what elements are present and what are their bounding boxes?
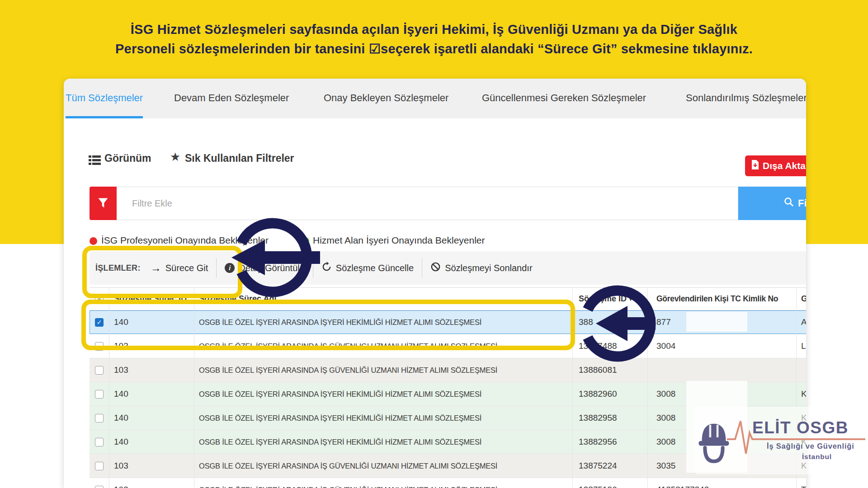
cell-sozlesme-id: 388 — [573, 310, 648, 334]
cell-sozlesme-id: 13882958 — [573, 406, 648, 430]
filter-input[interactable] — [117, 187, 738, 220]
star-icon: ★ — [170, 150, 180, 164]
privacy-blur — [686, 312, 747, 332]
cell-surec-id: 103 — [109, 478, 194, 488]
view-menu[interactable]: Görünüm — [104, 152, 151, 164]
row-checkbox[interactable] — [95, 414, 104, 422]
cell-surec-adi: OSGB İLE ÖZEL İŞYERİ ARASINDA İŞ GÜVENLI… — [194, 334, 573, 358]
cell-surec-id: 140 — [109, 382, 194, 406]
row-checkbox[interactable] — [95, 486, 104, 488]
cell-surec-id: 103 — [109, 334, 194, 358]
cell-surec-adi: OSGB İLE ÖZEL İŞYERİ ARASINDA İŞYERİ HEK… — [194, 310, 573, 334]
cell-g: L — [797, 334, 806, 358]
logo-title: ELİT OSGB — [752, 418, 849, 437]
row-checkbox[interactable] — [95, 438, 104, 446]
instruction-line-2: Personeli sözleşmelerinden bir tanesini … — [0, 39, 868, 59]
go-to-process-label: Sürece Git — [165, 263, 208, 273]
favorite-filters-menu[interactable]: Sık Kullanılan Filtreler — [185, 152, 294, 164]
tutorial-instruction: İSG Hizmet Sözleşmeleri sayfasında açıla… — [0, 20, 868, 59]
cell-g: A — [797, 310, 806, 334]
terminate-contract-button[interactable]: Sözleşmeyi Sonlandır — [430, 262, 532, 274]
header-g[interactable]: G — [797, 288, 806, 310]
cell-sozlesme-id: 13882960 — [573, 382, 648, 406]
row-checkbox[interactable] — [95, 462, 104, 470]
table-row[interactable]: 103OSGB İLE ÖZEL İŞYERİ ARASINDA İŞ GÜVE… — [90, 358, 806, 382]
cell-surec-adi: OSGB İLE ÖZEL İŞYERİ ARASINDA İŞYERİ HEK… — [194, 382, 573, 406]
cell-surec-id: 103 — [109, 358, 194, 382]
header-surec-adi[interactable]: Sözleşme Süreç Adı — [194, 288, 573, 310]
tab-bar: Tüm Sözleşmeler Devam Eden Sözleşmeler O… — [64, 79, 806, 118]
tab-devam-eden-sozlesmeler[interactable]: Devam Eden Sözleşmeler — [174, 79, 289, 116]
cell-sozlesme-id: 13875196 — [573, 478, 648, 488]
toolbar-divider — [313, 258, 313, 278]
info-icon: i — [225, 263, 235, 273]
header-sozlesme-id-label: Sözleşme ID — [579, 294, 627, 304]
block-icon — [430, 262, 441, 274]
cell-surec-adi: OSGB İLE ÖZEL İŞYERİ ARASINDA İŞYERİ HEK… — [194, 430, 573, 454]
row-checkbox[interactable] — [95, 390, 104, 399]
cell-surec-id: 103 — [109, 454, 194, 478]
cell-tc-kimlik — [648, 358, 797, 382]
cell-surec-adi: OSGB İLE ÖZEL İŞYERİ ARASINDA İŞYERİ HEK… — [194, 406, 573, 430]
table-header-row: − Sözleşme Süreç ID Sözleşme Süreç Adı S… — [90, 287, 806, 310]
cell-tc-kimlik: 3004 — [648, 334, 797, 358]
apply-filter-label: Filtrele — [798, 197, 806, 209]
header-surec-id[interactable]: Sözleşme Süreç ID — [109, 288, 194, 310]
apply-filter-button[interactable]: Filtrele — [738, 187, 806, 220]
cell-surec-adi: OSGB İLE ÖZEL İŞYERİ ARASINDA İŞ GÜVENLİ… — [194, 478, 573, 488]
list-view-icon[interactable] — [89, 155, 101, 168]
search-icon — [783, 197, 794, 210]
logo-subtitle: İş Sağlığı ve Güvenliği — [767, 442, 854, 450]
terminate-contract-label: Sözleşmeyi Sonlandır — [445, 263, 532, 273]
cell-surec-id: 140 — [109, 430, 194, 454]
export-button-label: Dışa Aktar — [763, 160, 806, 171]
cell-g: K — [797, 382, 806, 406]
instruction-line-1: İSG Hizmet Sözleşmeleri sayfasında açıla… — [0, 20, 868, 39]
cell-sozlesme-id: 13875224 — [573, 454, 648, 478]
legend-green-dot — [302, 237, 309, 245]
tab-guncellenmesi-gereken[interactable]: Güncellenmesi Gereken Sözleşmeler — [482, 79, 646, 116]
update-contract-button[interactable]: Sözleşme Güncelle — [321, 262, 414, 274]
toolbar-divider — [422, 258, 422, 278]
cell-surec-adi: OSGB İLE ÖZEL İŞYERİ ARASINDA İŞ GÜVENLİ… — [194, 358, 573, 382]
cell-g: T — [797, 478, 806, 488]
legend-red-label: İSG Profesyoneli Onayında Bekleyenler — [101, 235, 269, 246]
header-sozlesme-id[interactable]: Sözleşme ID ▾ — [573, 288, 648, 310]
filter-menu-button[interactable] — [90, 187, 117, 220]
row-checkbox[interactable]: ✓ — [95, 318, 104, 327]
legend-red-dot — [90, 237, 97, 245]
update-contract-label: Sözleşme Güncelle — [336, 263, 414, 273]
actions-toolbar: İŞLEMLER: → Sürece Git i Detay Görüntüle… — [90, 251, 806, 285]
cell-surec-id: 140 — [109, 310, 194, 334]
cell-g — [797, 358, 806, 382]
export-file-icon — [751, 160, 759, 172]
cell-surec-adi: OSGB İLE ÖZEL İŞYERİ ARASINDA İŞ GÜVENLİ… — [194, 454, 573, 478]
cell-sozlesme-id: 13882956 — [573, 430, 648, 454]
arrow-right-icon: → — [151, 262, 161, 274]
export-button[interactable]: Dışa Aktar — [745, 155, 806, 176]
table-row[interactable]: 103OSGB İLE ÖZEL İŞYERİ ARASINDA İŞ GÜVE… — [90, 334, 806, 358]
cell-sozlesme-id: 13886081 — [573, 358, 648, 382]
refresh-icon — [321, 262, 332, 274]
tab-tum-sozlesmeler[interactable]: Tüm Sözleşmeler — [66, 79, 143, 118]
logo-city: İstanbul — [802, 453, 832, 461]
toolbar-divider — [216, 258, 217, 278]
tab-onay-bekleyen-sozlesmeler[interactable]: Onay Bekleyen Sözleşmeler — [324, 79, 448, 116]
view-detail-button[interactable]: i Detay Görüntüle — [225, 263, 305, 273]
legend-green-label: Hizmet Alan İşyeri Onayında Bekleyenler — [313, 235, 485, 246]
tab-sonlandirilmis-sozlesmeler[interactable]: Sonlandırılmış Sözleşmeler — [686, 79, 806, 116]
row-checkbox[interactable] — [95, 366, 104, 375]
actions-title: İŞLEMLER: — [95, 263, 141, 273]
cell-surec-id: 140 — [109, 406, 194, 430]
elit-osgb-logo: ELİT OSGB İş Sağlığı ve Güvenliği İstanb… — [694, 407, 868, 474]
header-tc-kimlik[interactable]: Görevlendirilen Kişi TC Kimlik No — [648, 288, 797, 310]
sort-caret-icon: ▾ — [629, 296, 632, 302]
table-row[interactable]: 103OSGB İLE ÖZEL İŞYERİ ARASINDA İŞ GÜVE… — [90, 478, 806, 488]
go-to-process-button[interactable]: → Sürece Git — [151, 262, 208, 274]
view-detail-label: Detay Görüntüle — [239, 263, 305, 273]
funnel-icon — [97, 197, 109, 211]
row-checkbox[interactable] — [95, 342, 104, 351]
cell-tc-kimlik: 41258177342 — [648, 478, 797, 488]
select-all-checkbox[interactable]: − — [95, 295, 104, 303]
cell-sozlesme-id: 13887488 — [573, 334, 648, 358]
